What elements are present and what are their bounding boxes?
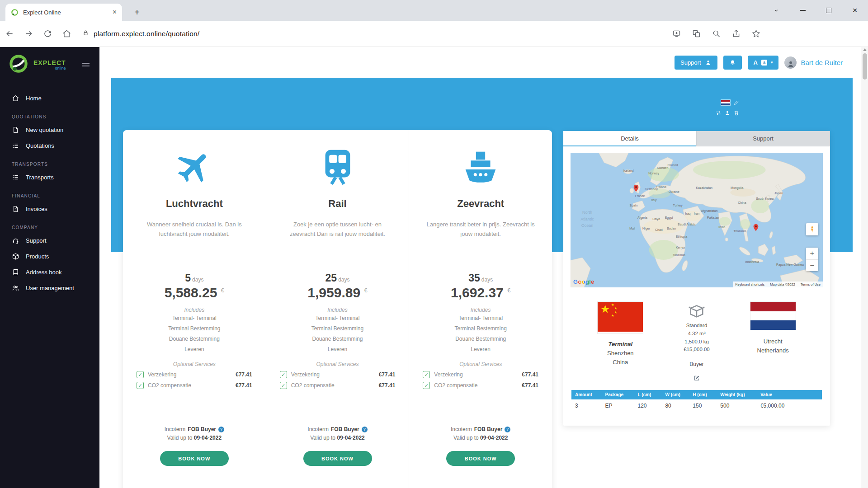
cell-value: €5,000.00 bbox=[757, 399, 822, 412]
back-icon[interactable] bbox=[0, 24, 19, 43]
tab-details[interactable]: Details bbox=[563, 131, 696, 146]
translate-icon[interactable] bbox=[688, 24, 704, 43]
details-panel: Details Support bbox=[563, 131, 830, 426]
sidebar-item-new-quotation[interactable]: New quotation bbox=[0, 122, 99, 138]
scrollbar-up-arrow[interactable] bbox=[863, 48, 867, 51]
zoom-icon[interactable] bbox=[708, 24, 724, 43]
map-country-label: Niger bbox=[642, 226, 650, 230]
sidebar-collapse-icon[interactable] bbox=[80, 61, 91, 68]
home-icon[interactable] bbox=[57, 24, 76, 43]
card-description: Langere transit beter in prijs. Zeevrach… bbox=[424, 220, 537, 249]
bookmark-star-icon[interactable] bbox=[748, 24, 764, 43]
map-country-label: Spain bbox=[630, 204, 638, 207]
book-now-button[interactable]: BOOK NOW bbox=[446, 451, 515, 466]
browser-tab[interactable]: Explect Online × bbox=[5, 4, 122, 21]
window-close-button[interactable]: × bbox=[842, 0, 868, 21]
checkbox-checked[interactable]: ✓ bbox=[423, 382, 430, 389]
window-minimize-button[interactable] bbox=[789, 0, 816, 21]
sidebar-section-company: COMPANY bbox=[0, 217, 99, 233]
ship-icon bbox=[459, 145, 502, 190]
assign-person-icon[interactable] bbox=[724, 110, 731, 116]
include-item: Leveren bbox=[328, 344, 347, 355]
include-item: Terminal- Terminal bbox=[316, 313, 360, 324]
table-header: Value bbox=[757, 390, 822, 399]
sidebar-item-support[interactable]: Support bbox=[0, 233, 99, 249]
map-country-label: Thailand bbox=[733, 229, 745, 232]
keyboard-shortcuts-link[interactable]: Keyboard shortcuts bbox=[736, 282, 765, 286]
netherlands-flag-icon bbox=[721, 99, 731, 106]
option-row: ✓ CO2 compensatie €77.41 bbox=[278, 380, 397, 391]
sidebar-item-transports[interactable]: Transports bbox=[0, 169, 99, 185]
window-maximize-button[interactable] bbox=[816, 0, 842, 21]
zoom-in-button[interactable]: + bbox=[806, 248, 818, 259]
sidebar-item-user-management[interactable]: User management bbox=[0, 280, 99, 296]
checkbox-checked[interactable]: ✓ bbox=[423, 371, 430, 378]
url-field[interactable]: platform.explect.online/quotation/ bbox=[82, 29, 668, 38]
price: 5,588.25 € bbox=[165, 285, 224, 300]
tab-close-icon[interactable]: × bbox=[113, 9, 117, 16]
table-header: L (cm) bbox=[634, 390, 661, 399]
install-icon[interactable] bbox=[668, 24, 684, 43]
package-value: €15,000.00 bbox=[659, 346, 735, 354]
cell-weight: 500 bbox=[717, 399, 757, 412]
map-attribution: Keyboard shortcuts Map data ©2022 Terms … bbox=[733, 282, 823, 287]
forward-icon[interactable] bbox=[19, 24, 38, 43]
book-now-button[interactable]: BOOK NOW bbox=[303, 451, 372, 466]
tab-support[interactable]: Support bbox=[696, 131, 830, 146]
lock-icon[interactable] bbox=[82, 29, 89, 38]
route-summary: Terminal Shenzhen China Standard 4.32 m³… bbox=[563, 302, 830, 367]
option-price: €77.41 bbox=[236, 371, 252, 378]
user-menu[interactable]: Bart de Ruiter bbox=[784, 56, 843, 69]
origin-country: China bbox=[582, 359, 659, 366]
valid-until-line: Valid up to 09-04-2022 bbox=[167, 435, 222, 441]
checkbox-checked[interactable]: ✓ bbox=[280, 371, 287, 378]
option-label: Verzekering bbox=[434, 371, 462, 378]
edit-pencil-icon[interactable] bbox=[733, 99, 740, 106]
sidebar-item-home[interactable]: Home bbox=[0, 90, 99, 106]
users-icon bbox=[12, 284, 19, 292]
sidebar-item-products[interactable]: Products bbox=[0, 249, 99, 264]
info-icon[interactable]: ? bbox=[218, 427, 224, 432]
google-logo[interactable]: Google bbox=[573, 278, 594, 285]
terms-of-use-link[interactable]: Terms of Use bbox=[801, 282, 821, 286]
card-description: Zoek je een optie tussen lucht- en zeevr… bbox=[281, 220, 394, 249]
cell-package: EP bbox=[601, 399, 634, 412]
map-country-label: Sweden bbox=[657, 166, 668, 169]
edit-square-icon[interactable] bbox=[693, 375, 700, 382]
map-country-label: Libya bbox=[652, 217, 660, 221]
info-icon[interactable]: ? bbox=[362, 427, 368, 432]
sidebar-item-address-book[interactable]: Address book bbox=[0, 264, 99, 280]
tab-title: Explect Online bbox=[23, 9, 108, 16]
checkbox-checked[interactable]: ✓ bbox=[137, 382, 144, 389]
zoom-out-button[interactable]: − bbox=[806, 259, 818, 271]
map-country-label: Finland bbox=[668, 163, 678, 166]
book-now-button[interactable]: BOOK NOW bbox=[160, 451, 229, 466]
swap-icon[interactable] bbox=[715, 110, 722, 116]
info-icon[interactable]: ? bbox=[505, 427, 510, 432]
trash-icon[interactable] bbox=[733, 110, 740, 116]
checkbox-checked[interactable]: ✓ bbox=[280, 382, 287, 389]
bell-icon bbox=[729, 59, 736, 66]
new-tab-button[interactable]: + bbox=[130, 5, 144, 19]
option-row: ✓ Verzekering €77.41 bbox=[135, 369, 254, 380]
sidebar-item-invoices[interactable]: Invoices bbox=[0, 201, 99, 217]
option-price: €77.41 bbox=[522, 382, 538, 389]
checkbox-checked[interactable]: ✓ bbox=[137, 371, 144, 378]
option-row: ✓ CO2 compensatie €77.41 bbox=[421, 380, 540, 391]
language-selector-button[interactable]: A a ▾ bbox=[748, 56, 779, 70]
map-country-label: Germany bbox=[645, 188, 658, 191]
share-icon[interactable] bbox=[728, 24, 744, 43]
support-button[interactable]: Support bbox=[675, 56, 717, 70]
cargo-table: Amount Package L (cm) W (cm) H (cm) Weig… bbox=[571, 390, 822, 412]
map-country-label: Tanzania bbox=[673, 253, 685, 257]
map-country-label: Papua New Guinea bbox=[776, 263, 804, 266]
notifications-button[interactable] bbox=[723, 56, 742, 70]
reload-icon[interactable] bbox=[38, 24, 57, 43]
page-scrollbar[interactable] bbox=[861, 47, 868, 488]
tab-search-chevron-icon[interactable] bbox=[763, 0, 789, 21]
pegman-streetview-icon[interactable] bbox=[806, 223, 818, 235]
table-row: 3 EP 120 80 150 500 €5,000.00 bbox=[571, 399, 822, 412]
map[interactable]: North Atlantic Ocean IcelandNorwaySweden… bbox=[571, 153, 823, 287]
scrollbar-thumb[interactable] bbox=[863, 53, 867, 80]
sidebar-item-quotations[interactable]: Quotations bbox=[0, 138, 99, 154]
